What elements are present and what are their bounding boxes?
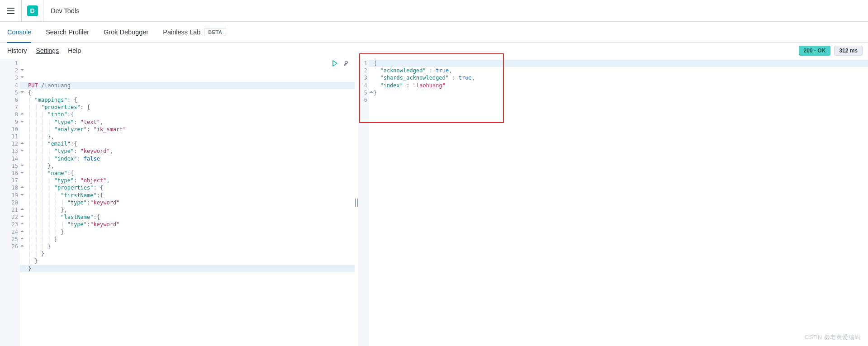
app-badge-letter: D [30,7,34,14]
help-link[interactable]: Help [68,47,81,54]
breadcrumb: Dev Tools [43,7,79,14]
tab-label: Grok Debugger [104,28,148,36]
console-main: 1234567891011121314151617181920212223242… [0,59,868,346]
wrench-icon[interactable] [343,60,350,67]
request-gutter: 1234567891011121314151617181920212223242… [0,59,20,346]
svg-rect-2 [7,13,14,14]
app-header: D Dev Tools [0,0,868,22]
svg-rect-3 [355,199,356,207]
tab-grok-debugger[interactable]: Grok Debugger [104,22,148,43]
response-viewer: { "acknowledged" : true, "shards_acknowl… [369,59,868,346]
settings-link[interactable]: Settings [36,47,59,54]
time-badge: 312 ms [834,46,863,56]
drag-handle-icon [355,199,358,207]
response-pane[interactable]: 123456 { "acknowledged" : true, "shards_… [358,59,868,346]
tab-console[interactable]: Console [7,22,31,43]
request-pane[interactable]: 1234567891011121314151617181920212223242… [0,59,355,346]
tab-search-profiler[interactable]: Search Profiler [46,22,89,43]
svg-rect-0 [7,8,14,9]
svg-rect-1 [7,10,14,11]
app-badge[interactable]: D [22,0,43,22]
status-badge: 200 - OK [799,46,831,56]
response-gutter: 123456 [358,59,369,346]
console-subbar: History Settings Help 200 - OK 312 ms [0,43,868,59]
beta-badge: BETA [204,28,226,36]
history-link[interactable]: History [7,47,27,54]
watermark: CSDN @老黄爱编码 [805,333,861,341]
play-icon[interactable] [331,60,338,67]
request-editor[interactable]: PUT /laohuang{| "mappings": {| | "proper… [20,59,355,346]
svg-rect-4 [357,199,358,207]
tab-painless-lab[interactable]: Painless Lab BETA [163,22,226,43]
tab-bar: Console Search Profiler Grok Debugger Pa… [0,22,868,43]
tab-label: Search Profiler [46,28,89,36]
hamburger-icon [7,8,14,14]
hamburger-menu-button[interactable] [0,0,22,22]
tab-label: Console [7,28,31,36]
pane-divider[interactable] [355,59,358,346]
tab-label: Painless Lab [163,28,200,36]
